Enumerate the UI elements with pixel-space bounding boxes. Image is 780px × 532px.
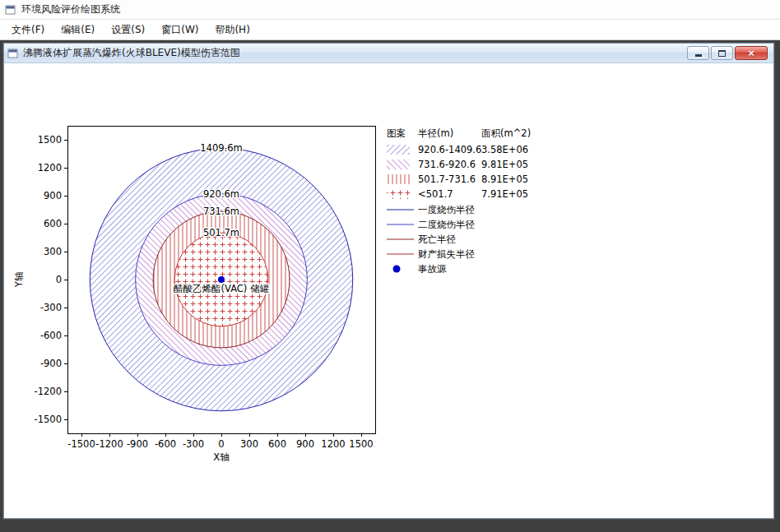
legend-area-value: 8.91E+05 — [481, 173, 528, 185]
legend-header-radius: 半径(m) — [418, 127, 453, 139]
ring-radius-label: 731.6m — [203, 206, 239, 217]
legend-marker-dot — [393, 266, 401, 273]
legend-range-value: <501.7 — [418, 188, 453, 200]
legend-area-value: 3.58E+06 — [481, 144, 528, 155]
y-tick-label: -900 — [40, 358, 62, 369]
child-window-title: 沸腾液体扩展蒸汽爆炸(火球BLEVE)模型伤害范围 — [23, 46, 240, 60]
y-tick-label: 0 — [56, 274, 62, 285]
child-window-body: 1409.6m920.6m731.6m501.7m醋酸乙烯酯(VAC) 储罐-1… — [4, 63, 773, 518]
window-controls: × — [687, 46, 770, 60]
x-tick-label: -600 — [155, 438, 176, 450]
menu-item-2[interactable]: 编辑(E) — [53, 19, 103, 41]
menu-item-1[interactable]: 文件(F) — [3, 19, 53, 41]
y-tick-label: -1200 — [35, 386, 62, 397]
x-tick-label: 900 — [296, 438, 314, 450]
y-tick-label: -600 — [40, 330, 62, 341]
accident-source-marker — [218, 276, 225, 283]
ring-radius-label: 1409.6m — [200, 142, 242, 154]
x-tick-label: -900 — [127, 438, 148, 450]
menu-item-3[interactable]: 设置(S) — [103, 19, 153, 41]
child-window-titlebar[interactable]: 沸腾液体扩展蒸汽爆炸(火球BLEVE)模型伤害范围 × — [4, 44, 773, 63]
y-tick-label: 300 — [44, 246, 62, 257]
legend-hatch-swatch — [387, 189, 410, 199]
y-tick-label: 1500 — [38, 134, 62, 146]
legend-line-label: 财产损失半径 — [418, 248, 476, 260]
legend-range-value: 920.6-1409.6 — [418, 144, 481, 155]
minimize-icon — [695, 54, 702, 57]
menu-item-5[interactable]: 帮助(H) — [207, 19, 258, 41]
y-tick-label: 900 — [44, 190, 62, 201]
bleve-damage-chart: 1409.6m920.6m731.6m501.7m醋酸乙烯酯(VAC) 储罐-1… — [4, 63, 773, 518]
app-icon — [5, 4, 16, 16]
x-tick-label: -1200 — [95, 438, 123, 450]
y-tick-label: 600 — [44, 218, 62, 229]
x-tick-label: 1500 — [349, 438, 373, 450]
legend-hatch-swatch — [387, 160, 410, 169]
child-window: 沸腾液体扩展蒸汽爆炸(火球BLEVE)模型伤害范围 × — [3, 43, 774, 519]
y-axis-title: Y轴 — [13, 272, 25, 289]
app-title: 环境风险评价绘图系统 — [21, 2, 120, 16]
x-tick-label: 0 — [218, 438, 224, 450]
legend-header-area: 面积(m^2) — [481, 127, 531, 139]
legend-hatch-swatch — [387, 145, 410, 155]
legend-line-label: 二度烧伤半径 — [418, 219, 476, 230]
application-window: 环境风险评价绘图系统 文件(F)编辑(E)设置(S)窗口(W)帮助(H) 沸腾液… — [0, 0, 780, 532]
maximize-button[interactable] — [711, 46, 733, 60]
close-button[interactable]: × — [735, 46, 768, 60]
mdi-client-area: 沸腾液体扩展蒸汽爆炸(火球BLEVE)模型伤害范围 × — [0, 40, 780, 532]
maximize-icon — [718, 50, 726, 57]
legend-header-pattern: 图案 — [387, 127, 406, 139]
ring-radius-label: 501.7m — [203, 227, 239, 238]
x-axis-title: X轴 — [213, 451, 229, 463]
legend-line-label: 一度烧伤半径 — [418, 204, 476, 215]
y-tick-label: 1200 — [38, 162, 62, 173]
x-tick-label: 600 — [268, 438, 286, 450]
x-tick-label: 300 — [240, 438, 258, 450]
legend-range-value: 501.7-731.6 — [418, 173, 476, 185]
minimize-button[interactable] — [687, 46, 709, 60]
y-tick-label: -300 — [40, 302, 62, 313]
legend-area-value: 9.81E+05 — [481, 159, 528, 170]
legend-line-label: 死亡半径 — [418, 234, 457, 245]
legend-area-value: 7.91E+05 — [481, 188, 528, 200]
child-window-icon — [7, 48, 19, 59]
close-icon: × — [748, 48, 754, 58]
menu-bar: 文件(F)编辑(E)设置(S)窗口(W)帮助(H) — [0, 20, 780, 40]
accident-source-label: 醋酸乙烯酯(VAC) 储罐 — [174, 283, 269, 294]
legend-range-value: 731.6-920.6 — [418, 159, 476, 170]
legend-marker-label: 事故源 — [418, 263, 447, 275]
x-tick-label: -300 — [183, 438, 204, 450]
app-titlebar: 环境风险评价绘图系统 — [0, 0, 780, 20]
x-tick-label: 1200 — [321, 438, 345, 450]
x-tick-label: -1500 — [67, 438, 95, 450]
menu-item-4[interactable]: 窗口(W) — [153, 19, 207, 41]
y-tick-label: -1500 — [35, 414, 62, 425]
ring-radius-label: 920.6m — [203, 188, 239, 200]
legend-hatch-swatch — [387, 174, 410, 184]
